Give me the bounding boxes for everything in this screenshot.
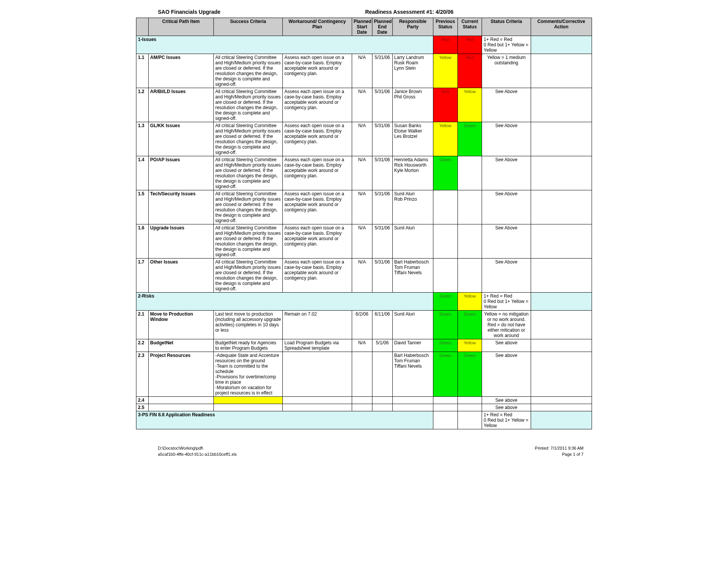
table-row: 2.3Project Resources-Adequate State and … bbox=[136, 352, 592, 397]
table-body: 1-IssuesRedRed1+ Red = Red0 Red but 1+ Y… bbox=[136, 36, 592, 429]
row-status-criteria: See above bbox=[482, 339, 531, 352]
row-end: 5/31/06 bbox=[372, 190, 392, 224]
row-status-criteria: Yellow = no mitigation or no work around… bbox=[482, 311, 531, 339]
section-title: 3-PS FIN 8.8 Application Readiness bbox=[136, 411, 433, 429]
status-cell bbox=[457, 190, 482, 224]
row-success: All critical Steering Committee and High… bbox=[213, 224, 282, 259]
row-start: N/A bbox=[352, 190, 372, 224]
row-id: 2.4 bbox=[136, 397, 149, 404]
table-row: 1.2AR/BI/LD IssuesAll critical Steering … bbox=[136, 88, 592, 122]
page-footer: D:\Docstoc\Working\pdf\ Printed: 7/1/201… bbox=[136, 445, 592, 458]
row-comments bbox=[531, 122, 592, 156]
section-title: 2-Risks bbox=[136, 293, 433, 311]
table-row: 1.6Upgrade IssuesAll critical Steering C… bbox=[136, 224, 592, 259]
status-cell: Green bbox=[457, 311, 482, 339]
row-id: 2.1 bbox=[136, 311, 149, 339]
row-status-criteria: See Above bbox=[482, 259, 531, 293]
row-end bbox=[372, 397, 392, 404]
row-responsible: Larry LandrumRusk RoamLynn Stein bbox=[392, 54, 433, 88]
row-item: PO/AP Issues bbox=[148, 156, 213, 190]
row-start: N/A bbox=[352, 122, 372, 156]
row-id: 1.2 bbox=[136, 88, 149, 122]
row-id: 1.1 bbox=[136, 54, 149, 88]
row-end: 5/31/06 bbox=[372, 54, 392, 88]
section-comments bbox=[531, 36, 592, 54]
status-cell bbox=[457, 404, 482, 411]
row-responsible: Bart HaberboschTom FrumanTiffani Nevels bbox=[392, 352, 433, 397]
col-responsible: Responsible Party bbox=[392, 18, 433, 36]
row-end bbox=[372, 404, 392, 411]
row-id: 1.7 bbox=[136, 259, 149, 293]
status-cell bbox=[457, 411, 482, 429]
status-cell: Green bbox=[457, 352, 482, 397]
row-item: Other Issues bbox=[148, 259, 213, 293]
row-responsible: Henrietta AdamsRick HousworthKyle Morton bbox=[392, 156, 433, 190]
row-item: BudgetNet bbox=[148, 339, 213, 352]
row-responsible: Sunil Aluri bbox=[392, 311, 433, 339]
row-success: All critical Steering Committee and High… bbox=[213, 122, 282, 156]
row-id: 1.3 bbox=[136, 122, 149, 156]
row-item: Tech/Security Issues bbox=[148, 190, 213, 224]
row-item: AR/BI/LD Issues bbox=[148, 88, 213, 122]
row-success bbox=[213, 404, 282, 411]
row-end: 5/31/06 bbox=[372, 224, 392, 259]
row-responsible: Bart HaberboschTom FrumanTiffani Nevels bbox=[392, 259, 433, 293]
status-cell: Yellow bbox=[433, 54, 457, 88]
row-workaround: Assess each open issue on a case-by-case… bbox=[283, 224, 352, 259]
section-row: 1-IssuesRedRed1+ Red = Red0 Red but 1+ Y… bbox=[136, 36, 592, 54]
status-cell bbox=[433, 224, 457, 259]
row-comments bbox=[531, 339, 592, 352]
header-center: Readiness Assessment #1: 4/20/06 bbox=[319, 8, 500, 15]
row-end: 5/31/06 bbox=[372, 156, 392, 190]
status-cell bbox=[433, 259, 457, 293]
row-workaround: Load Program Budgets via Spreadsheet tem… bbox=[283, 339, 352, 352]
row-responsible: Janice BrownPhil Gross bbox=[392, 88, 433, 122]
row-id: 2.2 bbox=[136, 339, 149, 352]
section-row: 2-RisksGreenYellow1+ Red = Red0 Red but … bbox=[136, 293, 592, 311]
section-status-criteria: 1+ Red = Red0 Red but 1+ Yellow = Yellow bbox=[482, 411, 531, 429]
row-status-criteria: See Above bbox=[482, 88, 531, 122]
section-title: 1-Issues bbox=[136, 36, 433, 54]
status-cell: Yellow bbox=[457, 88, 482, 122]
row-status-criteria: See Above bbox=[482, 224, 531, 259]
section-comments bbox=[531, 293, 592, 311]
row-start: 6/2/06 bbox=[352, 311, 372, 339]
row-workaround bbox=[283, 397, 352, 404]
row-item: Move to Production Window bbox=[148, 311, 213, 339]
status-cell: Green bbox=[433, 352, 457, 397]
status-cell: Yellow bbox=[457, 339, 482, 352]
header-left: SAO Financials Upgrade bbox=[137, 8, 318, 15]
status-cell: Green bbox=[433, 293, 457, 311]
col-current-status: Current Status bbox=[457, 18, 482, 36]
row-comments bbox=[531, 190, 592, 224]
row-comments bbox=[531, 88, 592, 122]
row-end bbox=[372, 352, 392, 397]
row-success: All critical Steering Committee and High… bbox=[213, 190, 282, 224]
col-success-criteria: Success Criteria bbox=[213, 18, 282, 36]
row-workaround: Assess each open issue on a case-by-case… bbox=[283, 88, 352, 122]
status-cell bbox=[433, 190, 457, 224]
section-status-criteria: 1+ Red = Red0 Red but 1+ Yellow = Yellow bbox=[482, 36, 531, 54]
status-cell: Red bbox=[457, 54, 482, 88]
table-row: 2.2BudgetNetBudgetNet ready for Agencies… bbox=[136, 339, 592, 352]
row-item bbox=[148, 404, 213, 411]
row-workaround: Assess each open issue on a case-by-case… bbox=[283, 259, 352, 293]
row-item: Project Resources bbox=[148, 352, 213, 397]
status-cell bbox=[457, 397, 482, 404]
row-start: N/A bbox=[352, 259, 372, 293]
status-cell: Red bbox=[433, 36, 457, 54]
row-item: Upgrade Issues bbox=[148, 224, 213, 259]
row-responsible: Sunil AluriRob Prinzo bbox=[392, 190, 433, 224]
table-row: 2.1Move to Production WindowLast test mo… bbox=[136, 311, 592, 339]
row-id: 1.6 bbox=[136, 224, 149, 259]
row-workaround: Assess each open issue on a case-by-case… bbox=[283, 190, 352, 224]
row-workaround: Assess each open issue on a case-by-case… bbox=[283, 156, 352, 190]
row-responsible bbox=[392, 397, 433, 404]
page-header: SAO Financials Upgrade Readiness Assessm… bbox=[136, 8, 592, 16]
row-success: All critical Steering Committee and High… bbox=[213, 156, 282, 190]
row-success: All critical Steering Committee and High… bbox=[213, 54, 282, 88]
footer-page: Page 1 of 7 bbox=[427, 452, 591, 457]
row-end: 6/11/06 bbox=[372, 311, 392, 339]
row-responsible: Susan BanksEloise WalkerLes Brotzel bbox=[392, 122, 433, 156]
row-end: 5/1/06 bbox=[372, 339, 392, 352]
